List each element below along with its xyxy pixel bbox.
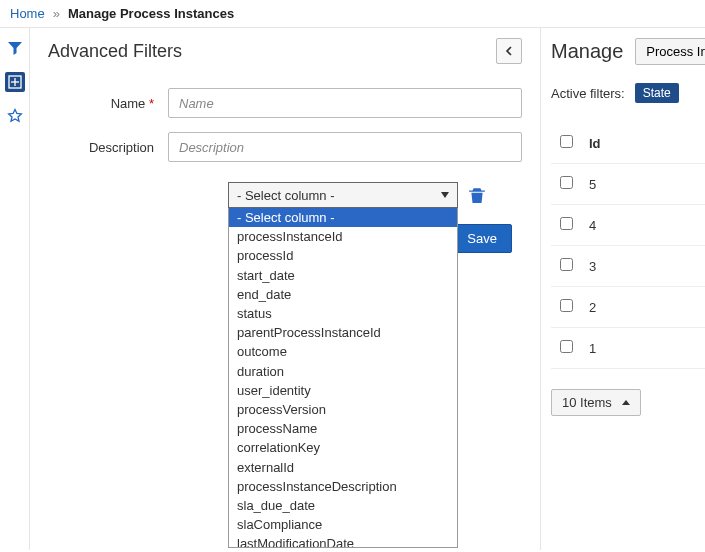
- process-instances-button[interactable]: Process Inst: [635, 38, 705, 65]
- active-filter-chip[interactable]: State: [635, 83, 679, 103]
- column-option[interactable]: sla_due_date: [229, 496, 457, 515]
- column-select-value: - Select column -: [237, 188, 335, 203]
- breadcrumb-home[interactable]: Home: [10, 6, 45, 21]
- row-id-cell: 2: [581, 287, 705, 328]
- page-size-dropdown[interactable]: 10 Items: [551, 389, 641, 416]
- grid-plus-icon[interactable]: [5, 72, 25, 92]
- description-input[interactable]: [168, 132, 522, 162]
- description-label: Description: [48, 140, 168, 155]
- row-id-cell: 3: [581, 246, 705, 287]
- chevron-down-icon: [441, 192, 449, 198]
- column-option[interactable]: user_identity: [229, 381, 457, 400]
- column-option[interactable]: end_date: [229, 285, 457, 304]
- id-column-header[interactable]: Id: [581, 123, 705, 164]
- column-option[interactable]: processId: [229, 246, 457, 265]
- select-all-checkbox[interactable]: [560, 135, 573, 148]
- table-row[interactable]: 1: [551, 328, 705, 369]
- row-id-cell: 4: [581, 205, 705, 246]
- breadcrumb-current: Manage Process Instances: [68, 6, 234, 21]
- filter-icon[interactable]: [5, 38, 25, 58]
- chevron-up-icon: [622, 400, 630, 405]
- active-filters-label: Active filters:: [551, 86, 625, 101]
- name-label: Name *: [48, 96, 168, 111]
- column-option[interactable]: externalId: [229, 458, 457, 477]
- column-option[interactable]: parentProcessInstanceId: [229, 323, 457, 342]
- row-checkbox[interactable]: [560, 299, 573, 312]
- column-option[interactable]: processInstanceId: [229, 227, 457, 246]
- collapse-filter-button[interactable]: [496, 38, 522, 64]
- column-option[interactable]: outcome: [229, 342, 457, 361]
- instances-table: Id 54321: [551, 123, 705, 369]
- column-option[interactable]: processName: [229, 419, 457, 438]
- column-option[interactable]: processInstanceDescription: [229, 477, 457, 496]
- right-panel: Manage Process Inst Active filters: Stat…: [541, 28, 705, 550]
- column-select-dropdown: - Select column -processInstanceIdproces…: [228, 208, 458, 548]
- row-checkbox[interactable]: [560, 176, 573, 189]
- column-option[interactable]: start_date: [229, 266, 457, 285]
- column-option[interactable]: slaCompliance: [229, 515, 457, 534]
- column-option[interactable]: correlationKey: [229, 438, 457, 457]
- table-row[interactable]: 4: [551, 205, 705, 246]
- row-checkbox[interactable]: [560, 340, 573, 353]
- column-option[interactable]: status: [229, 304, 457, 323]
- icon-rail: [0, 28, 30, 550]
- page-size-label: 10 Items: [562, 395, 612, 410]
- manage-title: Manage: [551, 40, 623, 63]
- filter-panel-title: Advanced Filters: [48, 41, 182, 62]
- row-id-cell: 1: [581, 328, 705, 369]
- column-option[interactable]: duration: [229, 362, 457, 381]
- column-option[interactable]: lastModificationDate: [229, 534, 457, 548]
- row-checkbox[interactable]: [560, 258, 573, 271]
- filter-panel: Advanced Filters Name * Description - Se…: [30, 28, 541, 550]
- chevron-left-icon: [504, 46, 514, 56]
- column-select[interactable]: - Select column - - Select column -proce…: [228, 182, 458, 208]
- star-icon[interactable]: [5, 106, 25, 126]
- breadcrumb-separator: »: [53, 6, 60, 21]
- row-id-cell: 5: [581, 164, 705, 205]
- column-select-display[interactable]: - Select column -: [228, 182, 458, 208]
- name-input[interactable]: [168, 88, 522, 118]
- column-option[interactable]: - Select column -: [229, 208, 457, 227]
- column-option[interactable]: processVersion: [229, 400, 457, 419]
- breadcrumb: Home » Manage Process Instances: [0, 0, 705, 28]
- save-button[interactable]: Save: [452, 224, 512, 253]
- row-checkbox[interactable]: [560, 217, 573, 230]
- table-row[interactable]: 3: [551, 246, 705, 287]
- table-row[interactable]: 5: [551, 164, 705, 205]
- table-row[interactable]: 2: [551, 287, 705, 328]
- trash-icon[interactable]: [468, 186, 486, 204]
